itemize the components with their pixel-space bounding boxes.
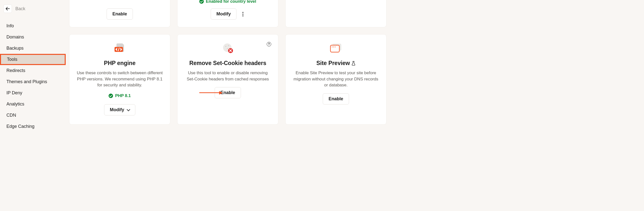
nav-item-label: IP Deny xyxy=(6,90,22,95)
card-title: PHP engine xyxy=(104,60,135,67)
nav-item-edge-caching[interactable]: Edge Caching xyxy=(2,121,65,132)
enable-button[interactable]: Enable xyxy=(106,9,132,20)
chevron-down-icon xyxy=(127,109,130,111)
check-icon xyxy=(108,94,113,98)
partial-card-row: Enable Enabled for country level Modify xyxy=(69,0,640,27)
back-row: Back xyxy=(0,5,65,20)
nav-item-label: Tools xyxy=(7,57,17,62)
enable-preview-button[interactable]: Enable xyxy=(323,93,349,105)
main: Enable Enabled for country level Modify xyxy=(65,0,644,211)
modify-button[interactable]: Modify xyxy=(211,9,236,20)
card-php-engine: PHP engine Use these controls to switch … xyxy=(69,34,170,125)
nav-item-label: Themes and Plugins xyxy=(6,79,47,84)
svg-point-9 xyxy=(333,46,334,47)
button-label: Enable xyxy=(220,90,235,95)
nav-item-label: CDN xyxy=(6,113,16,118)
svg-point-8 xyxy=(332,46,332,47)
sidebar: Back Info Domains Backups Tools Redirect… xyxy=(0,0,65,211)
card-description: Enable Site Preview to test your site be… xyxy=(292,70,379,88)
nav-item-tools[interactable]: Tools xyxy=(0,54,66,65)
button-label: Enable xyxy=(328,96,343,102)
back-button[interactable] xyxy=(4,5,12,13)
partial-card-middle: Enabled for country level Modify xyxy=(177,0,278,27)
nav-item-label: Analytics xyxy=(6,102,24,106)
nav-item-backups[interactable]: Backups xyxy=(2,43,65,54)
card-description: Use this tool to enable or disable remov… xyxy=(184,70,271,82)
check-icon xyxy=(199,0,204,4)
card-remove-cookie: ? Remove Set-Cookie headers Use this too… xyxy=(177,34,278,125)
nav-item-redirects[interactable]: Redirects xyxy=(2,65,65,76)
partial-card-left: Enable xyxy=(69,0,170,27)
nav-item-label: Redirects xyxy=(6,68,25,73)
nav-item-domains[interactable]: Domains xyxy=(2,32,65,43)
site-preview-icon xyxy=(330,43,342,53)
flask-icon xyxy=(352,61,356,66)
nav-item-themes-plugins[interactable]: Themes and Plugins xyxy=(2,76,65,87)
cookie-icon xyxy=(222,43,234,53)
nav-item-cdn[interactable]: CDN xyxy=(2,110,65,121)
nav-item-label: Edge Caching xyxy=(6,124,34,129)
nav-item-analytics[interactable]: Analytics xyxy=(2,99,65,110)
status-text: Enabled for country level xyxy=(206,0,256,4)
arrow-left-icon xyxy=(6,7,10,11)
card-title: Site Preview xyxy=(316,60,356,67)
modify-php-button[interactable]: Modify xyxy=(104,104,135,115)
button-label: Enable xyxy=(112,12,127,17)
svg-point-3 xyxy=(228,45,229,46)
nav-item-ip-deny[interactable]: IP Deny xyxy=(2,87,65,99)
button-label: Modify xyxy=(110,107,124,112)
back-label: Back xyxy=(15,6,25,12)
button-row: Modify xyxy=(211,9,245,20)
nav-item-info[interactable]: Info xyxy=(2,20,65,32)
card-title: Remove Set-Cookie headers xyxy=(190,60,266,67)
php-version-text: PHP 8.1 xyxy=(115,93,131,98)
pointer-arrow-icon xyxy=(199,91,222,95)
nav-item-label: Domains xyxy=(6,35,24,40)
card-site-preview: Site Preview Enable Site Preview to test… xyxy=(285,34,386,125)
nav-item-label: Backups xyxy=(6,46,24,51)
help-icon[interactable]: ? xyxy=(267,42,271,46)
status-enabled: Enabled for country level xyxy=(199,0,256,4)
php-version-status: PHP 8.1 xyxy=(108,93,131,98)
svg-point-2 xyxy=(225,46,226,47)
card-description: Use these controls to switch between dif… xyxy=(76,70,163,88)
nav-item-label: Info xyxy=(6,23,14,28)
svg-point-10 xyxy=(335,46,336,47)
php-engine-icon xyxy=(114,43,126,53)
svg-point-4 xyxy=(227,48,228,49)
svg-rect-7 xyxy=(330,45,339,52)
partial-card-right xyxy=(285,0,386,27)
more-options-icon[interactable] xyxy=(241,11,245,18)
button-label: Modify xyxy=(216,12,231,17)
nav: Info Domains Backups Tools Redirects The… xyxy=(0,20,65,132)
